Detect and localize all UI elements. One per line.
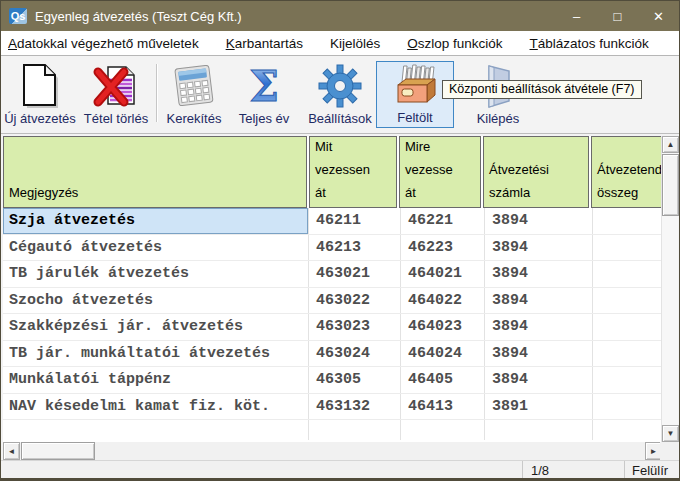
cell-mire[interactable]: 46413 <box>401 394 485 420</box>
cell-osszeg[interactable] <box>593 235 662 261</box>
column-header-mire-vezesse-at[interactable]: Mire vezesse át <box>399 136 481 208</box>
menu-label: Kijelölés <box>330 36 380 51</box>
cell-osszeg[interactable] <box>593 314 662 340</box>
menu-bar: Adatokkal végezhető műveletek Karbantart… <box>1 31 679 56</box>
table-row[interactable]: Szja átvezetés 46211 46221 3894 <box>3 208 662 235</box>
cell-mit[interactable]: 463022 <box>309 288 401 314</box>
toolbar-button-label: Beállítások <box>308 111 372 126</box>
menu-kijeloles[interactable]: Kijelölés <box>330 33 393 54</box>
grid-header: Megjegyzés Mit vezessen át Mire vezesse … <box>3 136 662 208</box>
app-icon: Qs <box>9 8 27 24</box>
cell-mire[interactable]: 464023 <box>401 314 485 340</box>
menu-accel: K <box>226 36 235 51</box>
table-row[interactable]: Cégautó átvezetés 46213 46223 3894 <box>3 235 662 262</box>
cell-mire[interactable]: 464024 <box>401 341 485 367</box>
column-header-mit-vezessen-at[interactable]: Mit vezessen át <box>309 136 397 208</box>
cell-szamla[interactable]: 3894 <box>485 341 593 367</box>
table-row[interactable]: TB járulék átvezetés 463021 464021 3894 <box>3 261 662 288</box>
menu-label: szlop funkciók <box>418 36 503 51</box>
delete-document-icon <box>93 61 139 111</box>
toolbar-button-label: Kilépés <box>477 111 520 126</box>
table-row[interactable]: NAV késedelmi kamat fiz. köt. 463132 464… <box>3 394 662 421</box>
cell-osszeg[interactable] <box>593 394 662 420</box>
column-header-atvezetendo-osszeg[interactable]: Átvezetendő összeg <box>591 136 662 208</box>
cell-szamla[interactable]: 3894 <box>485 367 593 393</box>
cell-mire[interactable]: 464022 <box>401 288 485 314</box>
scroll-up-button[interactable]: ▲ <box>662 136 679 153</box>
menu-oszlop-funkciok[interactable]: Oszlop funkciók <box>407 33 515 54</box>
status-record-position: 1/8 <box>522 461 624 479</box>
toolbar-button-label: Tétel törlés <box>84 111 148 126</box>
scrollbar-corner <box>660 442 678 460</box>
menu-tablazatos-funkciok[interactable]: Táblázatos funkciók <box>530 33 662 54</box>
horizontal-scrollbar[interactable]: ◄ ► <box>3 442 662 460</box>
cell-osszeg[interactable] <box>593 208 662 234</box>
cell-szamla[interactable]: 3894 <box>485 314 593 340</box>
menu-adatokkal[interactable]: Adatokkal végezhető műveletek <box>8 33 212 54</box>
horizontal-scroll-thumb[interactable] <box>21 442 95 460</box>
close-button[interactable]: ✕ <box>638 1 679 31</box>
toolbar-button-tetel-torles[interactable]: Tétel törlés <box>81 61 151 128</box>
arrow-down-icon: ▼ <box>667 429 675 438</box>
menu-accel: T <box>530 36 538 51</box>
card-file-icon <box>391 62 439 110</box>
cell-megjegyzes[interactable]: NAV késedelmi kamat fiz. köt. <box>3 394 309 420</box>
cell-megjegyzes[interactable]: Cégautó átvezetés <box>3 235 309 261</box>
cell-szamla[interactable]: 3894 <box>485 208 593 234</box>
toolbar-button-label: Kerekítés <box>167 111 222 126</box>
menu-accel: A <box>8 36 17 51</box>
cell-szamla[interactable]: 3891 <box>485 394 593 420</box>
table-row[interactable]: Szakképzési jár. átvezetés 463023 464023… <box>3 314 662 341</box>
app-window: Qs Egyenleg átvezetés (Teszt Cég Kft.) –… <box>0 0 680 481</box>
cell-megjegyzes[interactable]: Szja átvezetés <box>3 208 309 234</box>
toolbar-button-teljes-ev[interactable]: Σ Teljes év <box>232 61 296 128</box>
column-header-atvezetesi-szamla[interactable]: Átvezetési számla <box>483 136 589 208</box>
maximize-icon: □ <box>614 9 622 24</box>
grid-body: Szja átvezetés 46211 46221 3894 Cégautó … <box>3 208 662 442</box>
vertical-scroll-thumb[interactable] <box>662 154 679 216</box>
cell-megjegyzes[interactable]: Szakképzési jár. átvezetés <box>3 314 309 340</box>
scroll-down-button[interactable]: ▼ <box>662 425 679 442</box>
vertical-scrollbar[interactable]: ▲ ▼ <box>661 136 678 442</box>
table-row[interactable]: TB jár. munkáltatói átvezetés 463024 464… <box>3 341 662 368</box>
new-document-icon <box>21 61 59 111</box>
cell-mit[interactable]: 46305 <box>309 367 401 393</box>
cell-osszeg[interactable] <box>593 261 662 287</box>
title-bar[interactable]: Qs Egyenleg átvezetés (Teszt Cég Kft.) –… <box>1 1 679 31</box>
cell-mire[interactable]: 46223 <box>401 235 485 261</box>
cell-megjegyzes[interactable]: TB járulék átvezetés <box>3 261 309 287</box>
window-title: Egyenleg átvezetés (Teszt Cég Kft.) <box>35 9 242 24</box>
cell-osszeg[interactable] <box>593 288 662 314</box>
toolbar-button-uj-atvezetes[interactable]: Új átvezetés <box>3 61 77 128</box>
cell-mit[interactable]: 46213 <box>309 235 401 261</box>
cell-szamla[interactable]: 3894 <box>485 261 593 287</box>
table-row[interactable]: Munkálatói táppénz 46305 46405 3894 <box>3 367 662 394</box>
toolbar-button-beallitasok[interactable]: Beállítások <box>302 61 378 128</box>
cell-mire[interactable]: 46221 <box>401 208 485 234</box>
cell-mire[interactable]: 46405 <box>401 367 485 393</box>
cell-osszeg[interactable] <box>593 341 662 367</box>
cell-mire[interactable]: 464021 <box>401 261 485 287</box>
table-row[interactable]: Szocho átvezetés 463022 464022 3894 <box>3 288 662 315</box>
cell-megjegyzes[interactable]: Szocho átvezetés <box>3 288 309 314</box>
toolbar-button-kerekites[interactable]: Kerekítés <box>162 61 226 128</box>
menu-karbantartas[interactable]: Karbantartás <box>226 33 316 54</box>
toolbar-button-label: Feltölt <box>397 110 432 125</box>
cell-mit[interactable]: 463023 <box>309 314 401 340</box>
cell-mit[interactable]: 463024 <box>309 341 401 367</box>
cell-mit[interactable]: 463021 <box>309 261 401 287</box>
cell-mit[interactable]: 463132 <box>309 394 401 420</box>
maximize-button[interactable]: □ <box>597 1 638 31</box>
cell-osszeg[interactable] <box>593 367 662 393</box>
cell-szamla[interactable]: 3894 <box>485 235 593 261</box>
cell-mit[interactable]: 46211 <box>309 208 401 234</box>
scroll-left-button[interactable]: ◄ <box>3 442 20 460</box>
cell-megjegyzes[interactable]: TB jár. munkáltatói átvezetés <box>3 341 309 367</box>
minimize-button[interactable]: – <box>556 1 597 31</box>
cell-szamla[interactable]: 3894 <box>485 288 593 314</box>
menu-label: datokkal végezhető műveletek <box>17 36 199 51</box>
cell-megjegyzes[interactable]: Munkálatói táppénz <box>3 367 309 393</box>
column-header-megjegyzes[interactable]: Megjegyzés <box>3 136 307 208</box>
arrow-up-icon: ▲ <box>667 140 675 149</box>
menu-label: áblázatos funkciók <box>538 36 649 51</box>
